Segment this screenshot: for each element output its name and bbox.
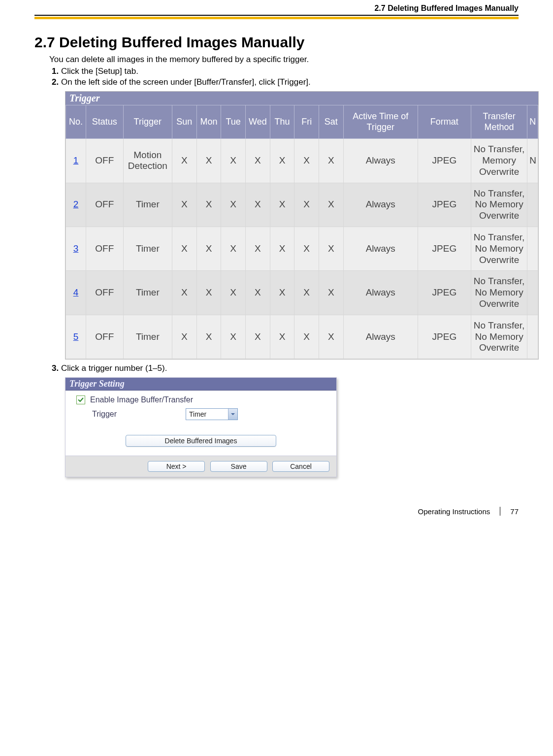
th-thu: Thu bbox=[270, 105, 294, 139]
setting-panel-title: Trigger Setting bbox=[65, 378, 336, 391]
cell-fri: X bbox=[294, 315, 319, 359]
enable-checkbox[interactable] bbox=[76, 395, 85, 404]
table-row: 1 OFF Motion Detection X X X X X X X Alw… bbox=[66, 139, 538, 183]
cell-transfer: No Transfer, No Memory Overwrite bbox=[471, 183, 527, 227]
cell-sat: X bbox=[319, 315, 344, 359]
cancel-button[interactable]: Cancel bbox=[272, 461, 329, 472]
cell-active: Always bbox=[343, 183, 418, 227]
step-2: On the left side of the screen under [Bu… bbox=[61, 77, 519, 87]
delete-buffered-images-button[interactable]: Delete Buffered Images bbox=[126, 435, 276, 447]
section-title: 2.7 Deleting Buffered Images Manually bbox=[34, 34, 519, 51]
th-n: N bbox=[527, 105, 538, 139]
cell-n bbox=[527, 227, 538, 270]
save-button[interactable]: Save bbox=[210, 461, 267, 472]
cell-thu: X bbox=[270, 315, 294, 359]
cell-fri: X bbox=[294, 183, 319, 227]
cell-sun: X bbox=[172, 227, 196, 270]
cell-fri: X bbox=[294, 139, 319, 183]
cell-wed: X bbox=[245, 183, 270, 227]
cell-wed: X bbox=[245, 271, 270, 315]
cell-active: Always bbox=[343, 227, 418, 270]
cell-fri: X bbox=[294, 227, 319, 270]
cell-thu: X bbox=[270, 271, 294, 315]
cell-format: JPEG bbox=[418, 227, 471, 270]
table-row: 2 OFF Timer X X X X X X X Always JPEG No… bbox=[66, 183, 538, 227]
th-wed: Wed bbox=[245, 105, 270, 139]
cell-thu: X bbox=[270, 183, 294, 227]
cell-tue: X bbox=[221, 271, 246, 315]
chevron-down-icon bbox=[228, 409, 237, 420]
cell-status: OFF bbox=[86, 315, 124, 359]
cell-mon: X bbox=[196, 139, 221, 183]
th-tue: Tue bbox=[221, 105, 246, 139]
cell-n bbox=[527, 183, 538, 227]
trigger-label: Trigger bbox=[76, 410, 186, 419]
th-sat: Sat bbox=[319, 105, 344, 139]
footer: Operating Instructions 77 bbox=[34, 507, 519, 516]
cell-tue: X bbox=[221, 315, 246, 359]
table-row: 4 OFF Timer X X X X X X X Always JPEG No… bbox=[66, 271, 538, 315]
cell-mon: X bbox=[196, 315, 221, 359]
step-3: Click a trigger number (1–5). bbox=[61, 363, 519, 373]
th-no: No. bbox=[66, 105, 86, 139]
cell-trigger: Timer bbox=[123, 315, 172, 359]
cell-active: Always bbox=[343, 139, 418, 183]
trigger-link-1[interactable]: 1 bbox=[73, 155, 79, 165]
enable-label: Enable Image Buffer/Transfer bbox=[90, 395, 193, 404]
cell-trigger: Timer bbox=[123, 271, 172, 315]
cell-mon: X bbox=[196, 183, 221, 227]
next-button[interactable]: Next > bbox=[148, 461, 205, 472]
th-sun: Sun bbox=[172, 105, 196, 139]
th-fri: Fri bbox=[294, 105, 319, 139]
cell-active: Always bbox=[343, 271, 418, 315]
th-transfer: Transfer Method bbox=[471, 105, 527, 139]
trigger-link-2[interactable]: 2 bbox=[73, 199, 79, 209]
cell-sun: X bbox=[172, 315, 196, 359]
cell-wed: X bbox=[245, 227, 270, 270]
cell-thu: X bbox=[270, 139, 294, 183]
trigger-select[interactable]: Timer bbox=[186, 408, 238, 420]
trigger-select-value: Timer bbox=[186, 410, 228, 418]
cell-n: N bbox=[527, 139, 538, 183]
th-mon: Mon bbox=[196, 105, 221, 139]
cell-transfer: No Transfer, No Memory Overwrite bbox=[471, 227, 527, 270]
cell-transfer: No Transfer, No Memory Overwrite bbox=[471, 315, 527, 359]
th-format: Format bbox=[418, 105, 471, 139]
cell-n bbox=[527, 271, 538, 315]
cell-mon: X bbox=[196, 271, 221, 315]
th-trigger: Trigger bbox=[123, 105, 172, 139]
cell-status: OFF bbox=[86, 227, 124, 270]
cell-tue: X bbox=[221, 183, 246, 227]
footer-page-number: 77 bbox=[510, 507, 519, 516]
gold-rule bbox=[34, 17, 519, 19]
trigger-link-5[interactable]: 5 bbox=[73, 331, 79, 342]
table-row: 5 OFF Timer X X X X X X X Always JPEG No… bbox=[66, 315, 538, 359]
cell-tue: X bbox=[221, 139, 246, 183]
cell-sun: X bbox=[172, 183, 196, 227]
cell-sat: X bbox=[319, 271, 344, 315]
th-status: Status bbox=[86, 105, 124, 139]
trigger-link-3[interactable]: 3 bbox=[73, 243, 79, 254]
cell-sun: X bbox=[172, 139, 196, 183]
footer-doc-title: Operating Instructions bbox=[418, 507, 490, 516]
cell-format: JPEG bbox=[418, 183, 471, 227]
cell-fri: X bbox=[294, 271, 319, 315]
cell-n bbox=[527, 315, 538, 359]
running-head: 2.7 Deleting Buffered Images Manually bbox=[34, 0, 519, 16]
cell-trigger: Timer bbox=[123, 227, 172, 270]
step-1: Click the [Setup] tab. bbox=[61, 66, 519, 76]
cell-tue: X bbox=[221, 227, 246, 270]
cell-status: OFF bbox=[86, 271, 124, 315]
cell-active: Always bbox=[343, 315, 418, 359]
cell-sat: X bbox=[319, 139, 344, 183]
cell-trigger: Timer bbox=[123, 183, 172, 227]
intro-paragraph: You can delete all images in the memory … bbox=[49, 55, 519, 65]
cell-sat: X bbox=[319, 227, 344, 270]
cell-format: JPEG bbox=[418, 271, 471, 315]
cell-mon: X bbox=[196, 227, 221, 270]
trigger-link-4[interactable]: 4 bbox=[73, 287, 79, 297]
cell-wed: X bbox=[245, 315, 270, 359]
trigger-setting-figure: Trigger Setting Enable Image Buffer/Tran… bbox=[65, 377, 519, 477]
cell-format: JPEG bbox=[418, 139, 471, 183]
th-active: Active Time of Trigger bbox=[343, 105, 418, 139]
